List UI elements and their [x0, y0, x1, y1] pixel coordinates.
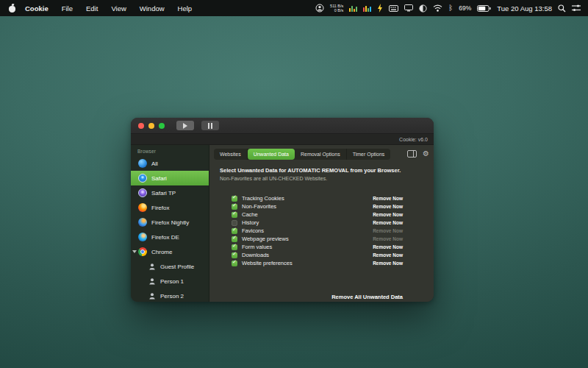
layout-columns-icon[interactable] — [407, 147, 417, 160]
main-content: Websites Unwanted Data Removal Options T… — [209, 145, 434, 302]
sidebar-item-all[interactable]: All — [131, 156, 209, 171]
list-item-tracking-cookies: Tracking Cookies Remove Now — [232, 194, 403, 202]
person-icon — [148, 277, 156, 285]
spotlight-search-icon[interactable] — [558, 4, 566, 13]
list-item-non-favorites: Non-Favorites Remove Now — [232, 202, 403, 210]
person-icon — [148, 263, 156, 270]
checkbox-non-favorites[interactable] — [232, 204, 237, 210]
chevron-down-icon[interactable] — [132, 250, 137, 253]
cpu-meter-icon[interactable] — [349, 4, 357, 12]
tab-timer-options[interactable]: Timer Options — [347, 149, 391, 160]
wifi-icon[interactable] — [433, 4, 442, 12]
network-speed-indicator[interactable]: 511 B/s 0 B/s — [330, 4, 343, 13]
list-item-downloads: Downloads Remove Now — [232, 251, 403, 259]
remove-now-button[interactable]: Remove Now — [373, 204, 403, 209]
sidebar-item-guest-profile[interactable]: Guest Profile — [131, 259, 209, 274]
firefox-de-icon — [138, 233, 147, 241]
control-center-icon[interactable] — [572, 4, 581, 12]
checkbox-webpage-previews[interactable] — [232, 236, 237, 242]
browser-sidebar: Browser All Safari Safari TP Firefox Fir… — [131, 145, 209, 302]
safari-icon — [138, 174, 147, 183]
list-item-history: History Remove Now — [232, 219, 403, 227]
remove-now-button[interactable]: Remove Now — [373, 261, 403, 266]
cookie-app-window: Cookie: v6.0 Browser All Safari Safari T… — [131, 118, 434, 302]
user-account-icon[interactable] — [315, 4, 324, 13]
sidebar-item-firefox-de[interactable]: Firefox DE — [131, 230, 209, 244]
sidebar-item-safari[interactable]: Safari — [131, 171, 209, 185]
unwanted-data-list: Tracking Cookies Remove Now Non-Favorite… — [232, 194, 403, 267]
remove-all-unwanted-data-button[interactable]: Remove All Unwanted Data — [331, 294, 403, 300]
menu-file[interactable]: File — [55, 4, 79, 13]
checkbox-downloads[interactable] — [232, 252, 237, 258]
list-item-form-values: Form values Remove Now — [232, 243, 403, 251]
menu-help[interactable]: Help — [171, 4, 199, 13]
sidebar-item-firefox-nightly[interactable]: Firefox Nightly — [131, 215, 209, 230]
chrome-icon — [138, 247, 147, 256]
checkbox-cache[interactable] — [232, 212, 237, 218]
pause-icon — [208, 123, 212, 129]
sidebar-item-person-2[interactable]: Person 2 — [131, 289, 209, 302]
memory-meter-icon[interactable] — [363, 4, 371, 12]
unwanted-data-panel: Select Unwanted Data for AUTOMATIC REMOV… — [209, 163, 434, 302]
remove-now-button[interactable]: Remove Now — [373, 244, 403, 250]
remove-now-button[interactable]: Remove Now — [373, 220, 403, 225]
tab-removal-options[interactable]: Removal Options — [295, 149, 347, 160]
menu-view[interactable]: View — [104, 4, 132, 13]
gear-icon[interactable]: ⚙ — [423, 150, 429, 158]
pause-button[interactable] — [201, 121, 219, 130]
sidebar-item-person-1[interactable]: Person 1 — [131, 274, 209, 289]
tab-websites[interactable]: Websites — [214, 149, 248, 160]
menu-edit[interactable]: Edit — [79, 4, 104, 13]
close-window-button[interactable] — [138, 123, 144, 129]
apple-menu-icon[interactable] — [9, 4, 15, 13]
remove-now-button[interactable]: Remove Now — [373, 212, 403, 217]
menu-bar-clock[interactable]: Tue 20 Aug 13:58 — [497, 4, 552, 13]
remove-now-button[interactable]: Remove Now — [373, 196, 403, 201]
play-icon — [183, 123, 187, 129]
remove-now-button[interactable]: Remove Now — [373, 252, 403, 258]
version-bar: Cookie: v6.0 — [131, 134, 434, 145]
sidebar-section-header: Browser — [131, 146, 209, 156]
safari-tp-icon — [138, 188, 147, 197]
remove-now-button-disabled: Remove Now — [373, 228, 403, 233]
checkbox-form-values[interactable] — [232, 244, 237, 250]
list-item-cache: Cache Remove Now — [232, 210, 403, 219]
minimize-window-button[interactable] — [148, 123, 154, 129]
do-not-disturb-icon[interactable] — [419, 4, 427, 13]
keyboard-icon[interactable] — [389, 5, 398, 12]
remove-now-button-disabled: Remove Now — [373, 236, 403, 241]
panel-subheading: Non-Favorites are all UN-CHECKED Website… — [220, 176, 403, 181]
checkbox-favicons[interactable] — [232, 228, 237, 234]
firefox-nightly-icon — [138, 218, 147, 227]
checkbox-tracking-cookies[interactable] — [232, 196, 237, 202]
play-button[interactable] — [176, 121, 194, 130]
menu-bar: Cookie File Edit View Window Help 511 B/… — [0, 0, 588, 16]
list-item-favicons: Favicons Remove Now — [232, 227, 403, 235]
window-titlebar[interactable] — [131, 118, 434, 134]
person-icon — [148, 292, 156, 300]
tab-unwanted-data[interactable]: Unwanted Data — [248, 149, 295, 160]
tab-segment: Websites Unwanted Data Removal Options T… — [214, 149, 390, 160]
bluetooth-icon[interactable]: ᛒ — [448, 4, 453, 12]
list-item-website-preferences: Website preferences Remove Now — [232, 259, 403, 267]
checkbox-history[interactable] — [232, 220, 237, 226]
display-icon[interactable] — [404, 4, 413, 12]
menu-window[interactable]: Window — [133, 4, 171, 13]
app-menu-title[interactable]: Cookie — [18, 4, 55, 13]
sidebar-item-firefox[interactable]: Firefox — [131, 200, 209, 215]
app-version-label: Cookie: v6.0 — [399, 137, 428, 142]
battery-percentage: 69% — [459, 4, 471, 12]
list-item-webpage-previews: Webpage previews Remove Now — [232, 235, 403, 243]
firefox-icon — [138, 203, 147, 212]
battery-bolt-icon[interactable] — [377, 4, 383, 13]
net-down: 0 B/s — [330, 8, 343, 13]
battery-icon[interactable] — [477, 5, 491, 12]
sidebar-item-safari-tp[interactable]: Safari TP — [131, 185, 209, 200]
sidebar-item-chrome[interactable]: Chrome — [131, 244, 209, 259]
panel-heading: Select Unwanted Data for AUTOMATIC REMOV… — [220, 167, 403, 174]
checkbox-website-preferences[interactable] — [232, 261, 237, 266]
globe-icon — [138, 159, 147, 168]
tab-bar: Websites Unwanted Data Removal Options T… — [209, 145, 434, 163]
zoom-window-button[interactable] — [159, 123, 165, 129]
